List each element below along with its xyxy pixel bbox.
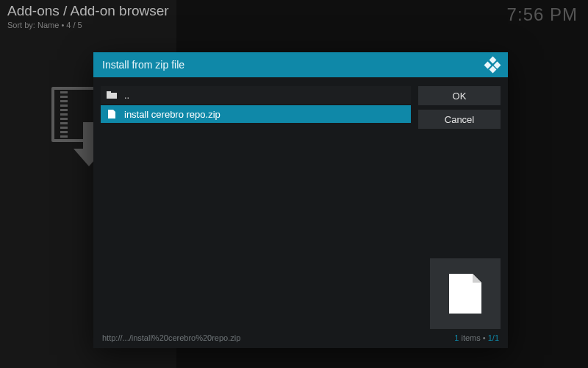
file-preview: [430, 258, 501, 329]
status-count-word: items: [461, 333, 480, 342]
header: Add-ons / Add-on browser Sort by: Name •…: [7, 3, 581, 29]
status-counts: 1 items • 1/1: [454, 333, 499, 342]
status-path: http://.../install%20cerebro%20repo.zip: [102, 333, 240, 342]
breadcrumb: Add-ons / Add-on browser: [7, 3, 581, 19]
file-icon: [107, 110, 117, 118]
cancel-button-label: Cancel: [445, 114, 474, 125]
file-row-label: install cerebro repo.zip: [124, 109, 405, 120]
dialog-titlebar: Install from zip file: [93, 52, 508, 77]
document-icon: [448, 272, 483, 315]
clock: 7:56 PM: [507, 4, 578, 25]
status-page: 1/1: [488, 333, 499, 342]
sort-prefix: Sort by:: [7, 21, 35, 29]
file-row[interactable]: install cerebro repo.zip: [101, 105, 411, 123]
file-list: .. install cerebro repo.zip: [101, 86, 411, 329]
ok-button[interactable]: OK: [418, 86, 501, 105]
install-from-zip-dialog: Install from zip file ..: [93, 52, 508, 348]
dialog-title: Install from zip file: [102, 59, 184, 71]
status-count: 1: [454, 333, 459, 342]
folder-up-icon: [107, 91, 117, 99]
sort-value: Name: [37, 21, 59, 29]
list-position: 4 / 5: [66, 21, 82, 29]
cancel-button[interactable]: Cancel: [418, 110, 501, 129]
parent-dir-label: ..: [124, 90, 405, 101]
sort-line: Sort by: Name • 4 / 5: [7, 21, 581, 29]
parent-dir-row[interactable]: ..: [101, 86, 411, 104]
dialog-statusbar: http://.../install%20cerebro%20repo.zip …: [102, 332, 499, 344]
ok-button-label: OK: [453, 91, 467, 102]
svg-rect-1: [107, 91, 111, 93]
kodi-logo-icon: [486, 58, 499, 71]
dialog-side-pane: OK Cancel: [418, 86, 501, 329]
svg-rect-0: [107, 93, 117, 99]
